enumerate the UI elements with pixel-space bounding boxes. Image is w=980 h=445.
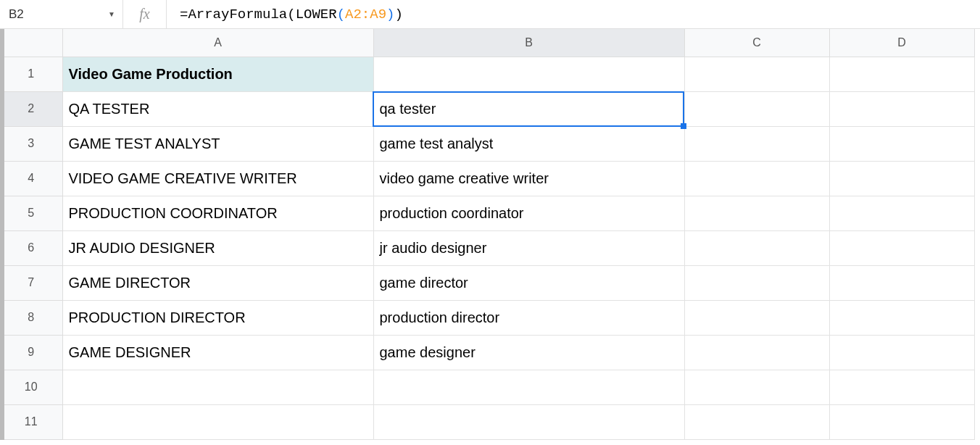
cell-C6[interactable] [684, 230, 829, 265]
formula-lparen2: ( [337, 7, 345, 22]
sheet-table: A B C D 1 Video Game Production 2 QA TES… [0, 29, 975, 440]
cell-D2[interactable] [829, 91, 974, 126]
cell-C1[interactable] [684, 57, 829, 91]
formula-rparen1: ) [394, 7, 402, 22]
cell-C5[interactable] [684, 196, 829, 230]
cell-C9[interactable] [684, 335, 829, 370]
row-header-7[interactable]: 7 [0, 265, 62, 300]
cell-A1[interactable]: Video Game Production [62, 57, 373, 91]
row-header-5[interactable]: 5 [0, 196, 62, 230]
col-header-A[interactable]: A [62, 29, 373, 57]
chevron-down-icon[interactable]: ▼ [108, 10, 115, 18]
cell-B6[interactable]: jr audio designer [373, 230, 684, 265]
cell-B4[interactable]: video game creative writer [373, 161, 684, 196]
cell-A8[interactable]: PRODUCTION DIRECTOR [62, 300, 373, 335]
cell-D6[interactable] [829, 230, 974, 265]
cell-D1[interactable] [829, 57, 974, 91]
cell-A10[interactable] [62, 370, 373, 404]
cell-A6[interactable]: JR AUDIO DESIGNER [62, 230, 373, 265]
cell-reference-text: B2 [9, 7, 24, 22]
cell-B2[interactable]: qa tester [373, 91, 684, 126]
cell-B7[interactable]: game director [373, 265, 684, 300]
cell-C4[interactable] [684, 161, 829, 196]
col-header-C[interactable]: C [684, 29, 829, 57]
col-header-D[interactable]: D [829, 29, 974, 57]
cell-A9[interactable]: GAME DESIGNER [62, 335, 373, 370]
cell-C11[interactable] [684, 404, 829, 439]
row-header-3[interactable]: 3 [0, 126, 62, 161]
row-left-border [0, 29, 4, 440]
cell-A7[interactable]: GAME DIRECTOR [62, 265, 373, 300]
row-header-10[interactable]: 10 [0, 370, 62, 404]
cell-A4[interactable]: VIDEO GAME CREATIVE WRITER [62, 161, 373, 196]
row-header-11[interactable]: 11 [0, 404, 62, 439]
cell-C7[interactable] [684, 265, 829, 300]
cell-D5[interactable] [829, 196, 974, 230]
cell-name-box[interactable]: B2 ▼ [0, 0, 123, 28]
cell-B8[interactable]: production director [373, 300, 684, 335]
cell-A2[interactable]: QA TESTER [62, 91, 373, 126]
cell-D7[interactable] [829, 265, 974, 300]
cell-B9[interactable]: game designer [373, 335, 684, 370]
cell-C8[interactable] [684, 300, 829, 335]
cell-B10[interactable] [373, 370, 684, 404]
formula-input[interactable]: =ArrayFormula(LOWER(A2:A9)) [167, 0, 980, 28]
formula-rparen2: ) [386, 7, 394, 22]
cell-B11[interactable] [373, 404, 684, 439]
formula-bar: B2 ▼ fx =ArrayFormula(LOWER(A2:A9)) [0, 0, 980, 29]
cell-B3[interactable]: game test analyst [373, 126, 684, 161]
cell-D8[interactable] [829, 300, 974, 335]
row-header-2[interactable]: 2 [0, 91, 62, 126]
cell-C3[interactable] [684, 126, 829, 161]
cell-A3[interactable]: GAME TEST ANALYST [62, 126, 373, 161]
cell-B5[interactable]: production coordinator [373, 196, 684, 230]
row-header-6[interactable]: 6 [0, 230, 62, 265]
cell-D9[interactable] [829, 335, 974, 370]
cell-D10[interactable] [829, 370, 974, 404]
cell-A11[interactable] [62, 404, 373, 439]
cell-D3[interactable] [829, 126, 974, 161]
row-header-4[interactable]: 4 [0, 161, 62, 196]
formula-range: A2:A9 [345, 7, 386, 22]
row-header-9[interactable]: 9 [0, 335, 62, 370]
row-header-8[interactable]: 8 [0, 300, 62, 335]
formula-lparen1: ( [287, 7, 295, 22]
fx-icon: fx [123, 0, 167, 28]
cell-D4[interactable] [829, 161, 974, 196]
col-header-B[interactable]: B [373, 29, 684, 57]
row-header-1[interactable]: 1 [0, 57, 62, 91]
cell-D11[interactable] [829, 404, 974, 439]
cell-B1[interactable] [373, 57, 684, 91]
spreadsheet-grid: A B C D 1 Video Game Production 2 QA TES… [0, 29, 980, 440]
cell-C2[interactable] [684, 91, 829, 126]
cell-A5[interactable]: PRODUCTION COORDINATOR [62, 196, 373, 230]
cell-C10[interactable] [684, 370, 829, 404]
corner-cell[interactable] [0, 29, 62, 57]
formula-prefix: =ArrayFormula [180, 7, 287, 22]
formula-func: LOWER [296, 7, 337, 22]
